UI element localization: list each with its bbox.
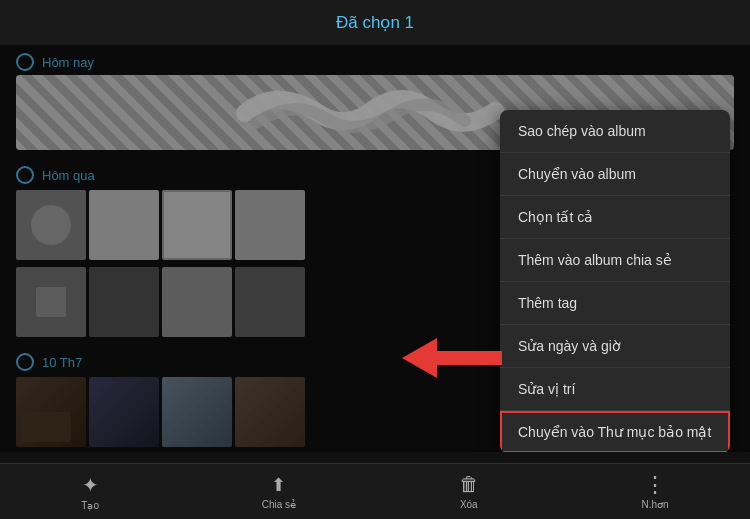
create-icon: ✦: [82, 473, 99, 497]
red-arrow-container: [402, 338, 502, 382]
context-menu: Sao chép vào album Chuyển vào album Chọn…: [500, 110, 730, 452]
more-label: N.hơn: [641, 499, 668, 510]
content-area: Hôm nay Hôm qua: [0, 45, 750, 452]
more-icon: ⋮: [644, 474, 666, 496]
menu-item-add-to-shared[interactable]: Thêm vào album chia sẻ: [500, 239, 730, 282]
header-title: Đã chọn 1: [336, 12, 414, 33]
menu-item-add-tag[interactable]: Thêm tag: [500, 282, 730, 325]
svg-marker-0: [402, 338, 502, 378]
nav-item-delete[interactable]: 🗑 Xóa: [459, 473, 479, 510]
share-label: Chia sẻ: [262, 499, 296, 510]
share-icon: ⬆: [271, 474, 286, 496]
menu-item-move-to-album[interactable]: Chuyển vào album: [500, 153, 730, 196]
menu-item-move-to-secure[interactable]: Chuyển vào Thư mục bảo mật: [500, 411, 730, 452]
nav-item-create[interactable]: ✦ Tạo: [81, 473, 99, 511]
delete-label: Xóa: [460, 499, 478, 510]
delete-icon: 🗑: [459, 473, 479, 496]
nav-item-more[interactable]: ⋮ N.hơn: [641, 474, 668, 510]
red-arrow-svg: [402, 338, 502, 378]
menu-item-edit-datetime[interactable]: Sửa ngày và giờ: [500, 325, 730, 368]
menu-item-copy-to-album[interactable]: Sao chép vào album: [500, 110, 730, 153]
nav-item-share[interactable]: ⬆ Chia sẻ: [262, 474, 296, 510]
phone-container: Đã chọn 1 Hôm nay Hôm qua: [0, 0, 750, 519]
bottom-nav: ✦ Tạo ⬆ Chia sẻ 🗑 Xóa ⋮ N.hơn: [0, 463, 750, 519]
create-label: Tạo: [81, 500, 99, 511]
header: Đã chọn 1: [0, 0, 750, 45]
menu-item-select-all[interactable]: Chọn tất cả: [500, 196, 730, 239]
menu-item-edit-location[interactable]: Sửa vị trí: [500, 368, 730, 411]
